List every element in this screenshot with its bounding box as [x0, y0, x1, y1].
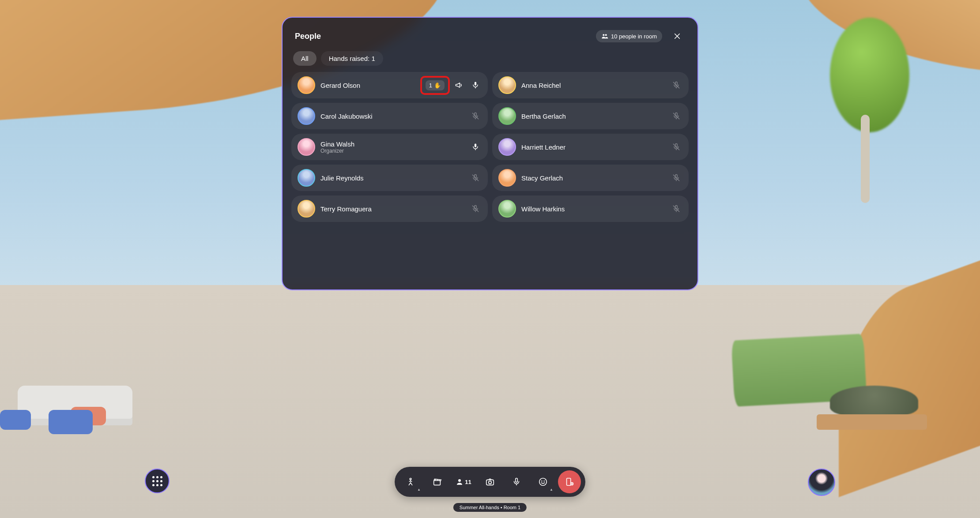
- person-row[interactable]: Harriett Ledner: [492, 134, 689, 160]
- avatar: [298, 138, 315, 156]
- svg-point-18: [539, 478, 547, 486]
- person-info: Julie Reynolds: [320, 174, 464, 182]
- row-icons: [469, 203, 482, 215]
- camera-button[interactable]: [479, 470, 501, 493]
- svg-rect-15: [486, 480, 494, 485]
- bottom-toolbar: ▴ 11: [395, 467, 585, 497]
- person-row[interactable]: Stacy Gerlach: [492, 165, 689, 191]
- room-count-badge[interactable]: 10 people in room: [596, 30, 662, 42]
- row-icons: [670, 203, 682, 215]
- room-count-text: 10 people in room: [611, 33, 657, 40]
- mic-on-icon[interactable]: [469, 141, 482, 153]
- mic-muted-icon[interactable]: [670, 141, 682, 153]
- person-info: Bertha Gerlach: [521, 113, 665, 120]
- avatar: [498, 138, 516, 156]
- avatar: [498, 76, 516, 94]
- svg-rect-13: [434, 480, 441, 485]
- person-role: Organizer: [320, 148, 464, 154]
- tab-hands-raised[interactable]: Hands raised: 1: [321, 51, 383, 66]
- teleport-icon: [406, 477, 415, 487]
- mic-muted-icon[interactable]: [670, 110, 682, 122]
- chevron-up-icon: ▴: [550, 488, 552, 492]
- svg-rect-21: [567, 478, 571, 486]
- leave-icon: [565, 477, 574, 487]
- mic-muted-icon[interactable]: [469, 172, 482, 184]
- microphone-icon: [512, 477, 521, 487]
- self-avatar-button[interactable]: [808, 469, 835, 496]
- hand-order: 1: [429, 82, 432, 89]
- person-name: Bertha Gerlach: [521, 113, 665, 120]
- mic-muted-icon[interactable]: [469, 203, 482, 215]
- app-menu-button[interactable]: [145, 469, 170, 493]
- people-panel: People 10 people in room All Hands raise…: [282, 17, 698, 290]
- smile-icon: [538, 477, 548, 487]
- person-row[interactable]: Willow Harkins: [492, 195, 689, 222]
- avatar: [298, 169, 315, 187]
- person-name: Terry Romaguera: [320, 205, 464, 213]
- leave-button[interactable]: [558, 470, 581, 493]
- close-icon: [673, 32, 681, 40]
- mic-on-icon[interactable]: [469, 79, 482, 91]
- person-name: Stacy Gerlach: [521, 174, 665, 182]
- avatar: [298, 107, 315, 125]
- hand-raised-badge[interactable]: 1✋: [426, 80, 445, 90]
- panel-title: People: [295, 32, 596, 41]
- person-row[interactable]: Julie Reynolds: [291, 165, 488, 191]
- person-row[interactable]: Gerard Olson1✋: [291, 72, 488, 98]
- reactions-button[interactable]: ▴: [531, 470, 554, 493]
- avatar: [298, 200, 315, 218]
- participants-button[interactable]: 11: [452, 470, 475, 493]
- close-button[interactable]: [669, 28, 685, 44]
- avatar: [498, 200, 516, 218]
- person-info: Willow Harkins: [521, 205, 665, 213]
- svg-rect-2: [475, 82, 476, 86]
- people-icon: [601, 33, 608, 40]
- person-info: Terry Romaguera: [320, 205, 464, 213]
- mic-button[interactable]: [505, 470, 528, 493]
- person-info: Carol Jakubowski: [320, 113, 464, 120]
- person-info: Stacy Gerlach: [521, 174, 665, 182]
- chevron-up-icon: ▴: [418, 488, 420, 492]
- person-name: Gina Walsh: [320, 140, 464, 148]
- room-label: Summer All-hands • Room 1: [453, 503, 527, 512]
- clapperboard-icon: [432, 477, 442, 487]
- person-name: Anna Reichel: [521, 82, 665, 89]
- row-icons: [469, 141, 482, 153]
- svg-point-19: [542, 481, 542, 481]
- camera-icon: [485, 477, 495, 487]
- person-name: Carol Jakubowski: [320, 113, 464, 120]
- person-row[interactable]: Carol Jakubowski: [291, 103, 488, 129]
- teleport-button[interactable]: ▴: [399, 470, 422, 493]
- svg-point-20: [544, 481, 544, 481]
- person-row[interactable]: Anna Reichel: [492, 72, 689, 98]
- mic-muted-icon[interactable]: [469, 110, 482, 122]
- row-icons: [469, 110, 482, 122]
- tab-all[interactable]: All: [293, 51, 317, 66]
- person-name: Harriett Ledner: [521, 143, 665, 151]
- svg-rect-6: [475, 144, 476, 147]
- svg-point-16: [489, 481, 491, 484]
- participants-count: 11: [465, 479, 471, 485]
- mic-muted-icon[interactable]: [670, 203, 682, 215]
- raised-hand-icon: ✋: [434, 82, 441, 89]
- megaphone-icon[interactable]: [452, 79, 465, 91]
- grid-icon: [152, 476, 162, 486]
- person-info: Gina WalshOrganizer: [320, 140, 464, 154]
- person-row[interactable]: Terry Romaguera: [291, 195, 488, 222]
- record-button[interactable]: [426, 470, 449, 493]
- mic-muted-icon[interactable]: [670, 79, 682, 91]
- svg-point-1: [605, 34, 607, 36]
- avatar: [498, 169, 516, 187]
- person-name: Gerard Olson: [320, 82, 417, 89]
- person-row[interactable]: Bertha Gerlach: [492, 103, 689, 129]
- person-info: Gerard Olson: [320, 82, 417, 89]
- row-icons: [670, 110, 682, 122]
- row-icons: [670, 79, 682, 91]
- svg-point-0: [603, 34, 604, 36]
- people-grid: Gerard Olson1✋Anna ReichelCarol Jakubows…: [288, 72, 692, 222]
- person-row[interactable]: Gina WalshOrganizer: [291, 134, 488, 160]
- mic-muted-icon[interactable]: [670, 172, 682, 184]
- row-icons: [670, 141, 682, 153]
- row-icons: 1✋: [422, 79, 482, 92]
- person-info: Harriett Ledner: [521, 143, 665, 151]
